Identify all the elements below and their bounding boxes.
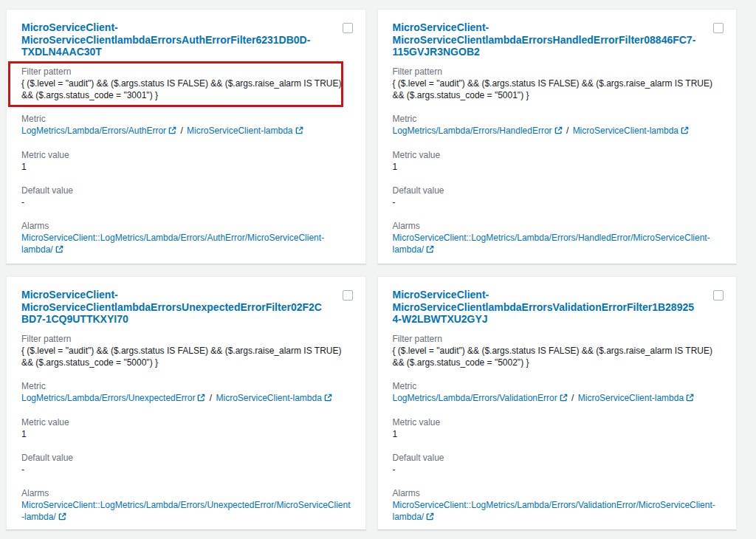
select-filter-checkbox[interactable] — [713, 290, 724, 301]
select-filter-checkbox[interactable] — [343, 290, 353, 301]
alarms-label: Alarms — [393, 487, 722, 499]
filter-pattern-value: { ($.level = "audit") && ($.args.status … — [393, 78, 722, 101]
metric-value-label: Metric value — [393, 149, 722, 161]
filter-pattern-section: Filter pattern { ($.level = "audit") && … — [393, 66, 722, 101]
filter-pattern-section-highlighted: Filter pattern { ($.level = "audit") && … — [21, 66, 351, 101]
external-link-icon — [681, 126, 689, 137]
metric-label: Metric — [21, 113, 351, 125]
filter-pattern-label: Filter pattern — [393, 333, 722, 345]
metric-label: Metric — [393, 380, 722, 392]
select-filter-checkbox[interactable] — [343, 23, 353, 33]
filter-pattern-label: Filter pattern — [21, 333, 351, 345]
external-link-icon — [295, 126, 303, 137]
alarms-label: Alarms — [21, 487, 351, 499]
default-value-section: Default value - — [21, 185, 351, 208]
metric-name-link[interactable]: LogMetrics/Lambda/Errors/AuthError — [21, 126, 166, 136]
default-value: - — [21, 196, 351, 208]
metric-section: Metric LogMetrics/Lambda/Errors/AuthErro… — [21, 113, 351, 137]
metric-value-section: Metric value 1 — [21, 149, 351, 173]
filter-pattern-label: Filter pattern — [21, 66, 351, 78]
metric-value-section: Metric value 1 — [393, 416, 722, 440]
default-value-label: Default value — [393, 185, 722, 196]
metric-value: 1 — [21, 428, 351, 440]
filter-pattern-value: { ($.level = "audit") && ($.args.status … — [393, 345, 722, 368]
external-link-icon — [426, 244, 434, 256]
alarms-section: Alarms MicroServiceClient::LogMetrics/La… — [21, 487, 351, 523]
metric-name-link[interactable]: LogMetrics/Lambda/Errors/HandledError — [393, 126, 552, 136]
default-value: - — [21, 464, 351, 476]
external-link-icon — [686, 393, 694, 405]
filter-pattern-value: { ($.level = "audit") && ($.args.status … — [21, 78, 351, 101]
metric-section: Metric LogMetrics/Lambda/Errors/HandledE… — [393, 113, 722, 137]
external-link-icon — [324, 393, 332, 405]
metric-namespace-link[interactable]: MicroServiceClient-lambda — [187, 126, 292, 136]
metric-namespace-link[interactable]: MicroServiceClient-lambda — [573, 126, 678, 136]
select-filter-checkbox[interactable] — [713, 23, 724, 33]
alarms-section: Alarms MicroServiceClient::LogMetrics/La… — [393, 220, 722, 256]
metric-filters-page: MicroServiceClient-MicroServiceClientlam… — [0, 0, 756, 539]
external-link-icon — [426, 512, 434, 523]
metric-filter-card: MicroServiceClient-MicroServiceClientlam… — [6, 276, 366, 530]
default-value-section: Default value - — [393, 452, 722, 476]
external-link-icon — [55, 244, 63, 256]
metric-filter-card: MicroServiceClient-MicroServiceClientlam… — [377, 276, 738, 530]
alarm-link[interactable]: MicroServiceClient::LogMetrics/Lambda/Er… — [393, 233, 710, 255]
external-link-icon — [58, 512, 66, 523]
filter-pattern-value: { ($.level = "audit") && ($.args.status … — [21, 345, 351, 368]
filter-title-link[interactable]: MicroServiceClient-MicroServiceClientlam… — [393, 289, 722, 326]
metric-separator: / — [570, 393, 575, 403]
metric-name-link[interactable]: LogMetrics/Lambda/Errors/UnexpectedError — [21, 393, 195, 403]
filter-pattern-section: Filter pattern { ($.level = "audit") && … — [21, 333, 351, 368]
default-value-label: Default value — [21, 185, 351, 196]
default-value: - — [393, 464, 722, 476]
filter-pattern-section: Filter pattern { ($.level = "audit") && … — [393, 333, 722, 368]
default-value-section: Default value - — [393, 185, 722, 208]
metric-separator: / — [565, 126, 570, 136]
alarms-label: Alarms — [393, 220, 722, 232]
metric-separator: / — [179, 126, 184, 136]
metric-value: 1 — [21, 161, 351, 173]
alarms-label: Alarms — [21, 220, 351, 232]
metric-label: Metric — [21, 380, 351, 392]
alarm-link[interactable]: MicroServiceClient::LogMetrics/Lambda/Er… — [393, 500, 715, 522]
filter-title-link[interactable]: MicroServiceClient-MicroServiceClientlam… — [21, 21, 351, 58]
metric-value: 1 — [393, 161, 722, 173]
metric-name-link[interactable]: LogMetrics/Lambda/Errors/ValidationError — [393, 393, 557, 403]
filter-pattern-label: Filter pattern — [393, 66, 722, 78]
default-value: - — [393, 196, 722, 208]
metric-section: Metric LogMetrics/Lambda/Errors/Unexpect… — [21, 380, 351, 405]
default-value-section: Default value - — [21, 452, 351, 476]
alarm-link[interactable]: MicroServiceClient::LogMetrics/Lambda/Er… — [21, 500, 350, 522]
metric-value: 1 — [393, 428, 722, 440]
default-value-label: Default value — [21, 452, 351, 464]
metric-namespace-link[interactable]: MicroServiceClient-lambda — [578, 393, 684, 403]
metric-value-label: Metric value — [21, 149, 351, 161]
alarms-section: Alarms MicroServiceClient::LogMetrics/La… — [21, 220, 351, 256]
external-link-icon — [168, 126, 176, 137]
metric-value-label: Metric value — [393, 416, 722, 428]
metric-namespace-link[interactable]: MicroServiceClient-lambda — [216, 393, 321, 403]
metric-value-label: Metric value — [21, 416, 351, 428]
alarm-link[interactable]: MicroServiceClient::LogMetrics/Lambda/Er… — [21, 233, 324, 255]
metric-value-section: Metric value 1 — [393, 149, 722, 173]
external-link-icon — [560, 393, 568, 405]
metric-separator: / — [208, 393, 213, 403]
filter-title-link[interactable]: MicroServiceClient-MicroServiceClientlam… — [21, 289, 351, 326]
metric-filter-card: MicroServiceClient-MicroServiceClientlam… — [6, 9, 366, 264]
filter-title-link[interactable]: MicroServiceClient-MicroServiceClientlam… — [393, 21, 722, 58]
external-link-icon — [197, 393, 205, 405]
metric-label: Metric — [393, 113, 722, 125]
metric-value-section: Metric value 1 — [21, 416, 351, 440]
metric-section: Metric LogMetrics/Lambda/Errors/Validati… — [393, 380, 722, 405]
alarms-section: Alarms MicroServiceClient::LogMetrics/La… — [393, 487, 722, 523]
metric-filter-card: MicroServiceClient-MicroServiceClientlam… — [377, 9, 738, 264]
external-link-icon — [554, 126, 563, 137]
default-value-label: Default value — [393, 452, 722, 464]
metric-filter-card-grid: MicroServiceClient-MicroServiceClientlam… — [6, 9, 737, 530]
